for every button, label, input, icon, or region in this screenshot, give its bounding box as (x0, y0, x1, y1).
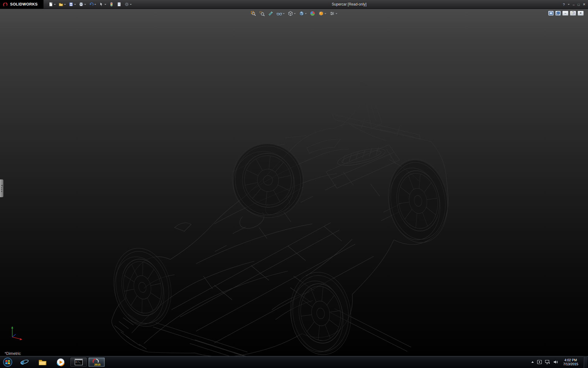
chevron-down-icon[interactable] (104, 4, 106, 5)
select-cursor-icon (99, 2, 104, 7)
command-prompt-icon: C:\_ (75, 359, 83, 365)
section-view-icon (268, 11, 273, 16)
display-style-button[interactable] (288, 10, 296, 17)
clock-date: 7/13/2015 (563, 362, 578, 366)
save-button[interactable] (68, 2, 77, 7)
system-tray: 4:02 PM 7/13/2015 (531, 356, 588, 368)
undo-button[interactable] (88, 2, 97, 7)
solidworks-taskbar-icon: 2015 (92, 358, 101, 366)
restore-button[interactable]: □ (578, 3, 580, 6)
zoom-to-area-icon (259, 11, 265, 16)
view-orientation-label: *Dimetric (5, 351, 21, 356)
brand-text: SOLIDWORKS (10, 2, 38, 6)
view-orientation-cube-icon (299, 11, 304, 16)
new-window-button[interactable] (555, 11, 561, 16)
network-icon[interactable] (545, 360, 550, 364)
chevron-down-icon[interactable] (64, 4, 66, 5)
minimize-button[interactable]: – (573, 3, 575, 6)
zoom-to-area-button[interactable] (259, 10, 265, 17)
folder-icon (38, 358, 47, 366)
select-button[interactable] (98, 2, 107, 7)
document-restore-button[interactable]: ❐ (570, 11, 576, 16)
taskbar-media-player[interactable] (51, 356, 70, 368)
svg-text:C:\_: C:\_ (76, 361, 81, 363)
taskbar-windows-explorer[interactable] (33, 356, 51, 368)
chevron-down-icon[interactable] (325, 13, 326, 14)
reference-triad (7, 325, 25, 343)
taskbar-clock[interactable]: 4:02 PM 7/13/2015 (561, 358, 580, 366)
new-document-icon (48, 2, 53, 7)
view-orientation-button[interactable] (299, 10, 307, 17)
chevron-down-icon[interactable] (568, 4, 570, 5)
supercar-wireframe-model[interactable] (0, 9, 588, 356)
taskbar-command-prompt[interactable]: C:\_ (70, 357, 87, 367)
appearance-ball-icon (310, 11, 315, 16)
print-button[interactable] (78, 2, 87, 7)
view-settings-button[interactable] (329, 10, 338, 17)
title-bar: SOLIDWORKS (0, 0, 588, 9)
chevron-down-icon[interactable] (305, 13, 307, 14)
scene-ball-icon (318, 11, 324, 16)
quick-access-toolbar (48, 2, 132, 7)
zoom-to-fit-button[interactable] (251, 10, 257, 17)
undo-arrow-icon (89, 2, 94, 7)
chevron-down-icon[interactable] (84, 4, 86, 5)
rebuild-traffic-light-icon (109, 2, 114, 7)
rebuild-button[interactable] (108, 2, 115, 7)
document-close-button[interactable]: ✕ (578, 11, 584, 16)
taskbar-internet-explorer[interactable]: e (15, 356, 33, 368)
solidworks-app: SOLIDWORKS (0, 0, 588, 368)
save-floppy-icon (69, 2, 74, 7)
file-properties-button[interactable] (116, 2, 122, 7)
glasses-icon (277, 11, 282, 16)
internet-explorer-icon: e (20, 358, 29, 367)
show-desktop-button[interactable] (583, 356, 587, 368)
solidworks-logo: SOLIDWORKS (0, 0, 43, 9)
gear-icon (124, 2, 129, 7)
chevron-down-icon[interactable] (54, 4, 56, 5)
media-player-icon (56, 358, 65, 366)
open-folder-icon (58, 2, 63, 7)
headsup-view-toolbar (251, 10, 338, 17)
start-button[interactable] (0, 356, 15, 368)
document-minimize-button[interactable]: – (562, 11, 568, 16)
edit-appearance-button[interactable] (310, 10, 316, 17)
viewport-layout-icon (549, 12, 553, 15)
viewport-layout-button[interactable] (548, 11, 554, 16)
taskbar-solidworks[interactable]: 2015 (88, 357, 105, 367)
chevron-down-icon[interactable] (130, 4, 132, 5)
windows-taskbar: e C:\_ (0, 356, 588, 368)
windows-start-icon (3, 357, 13, 367)
graphics-viewport[interactable]: – ❐ ✕ *Dimetric (0, 9, 588, 356)
chevron-down-icon[interactable] (74, 4, 76, 5)
hidden-icons-button[interactable] (531, 361, 534, 363)
hide-show-items-button[interactable] (276, 10, 285, 17)
dassault-systemes-icon (2, 2, 9, 7)
featuremanager-panel-handle[interactable] (0, 179, 3, 197)
document-window-controls: – ❐ ✕ (548, 11, 584, 16)
new-document-button[interactable] (48, 2, 56, 7)
close-button[interactable]: ✕ (583, 2, 586, 6)
chevron-down-icon[interactable] (94, 4, 96, 5)
zoom-to-fit-icon (251, 11, 256, 16)
open-button[interactable] (58, 2, 66, 7)
apply-scene-button[interactable] (318, 10, 327, 17)
titlebar-controls: ? – □ ✕ (563, 0, 586, 9)
display-style-cube-icon (288, 11, 293, 16)
view-settings-icon (330, 11, 335, 16)
file-properties-icon (117, 2, 122, 7)
volume-icon[interactable] (553, 360, 558, 364)
car-wheels-wireframe (107, 136, 453, 356)
section-view-button[interactable] (268, 10, 274, 17)
chevron-down-icon[interactable] (294, 13, 296, 14)
solidworks-version-badge: 2015 (94, 363, 100, 366)
window-title: Supercar [Read-only] (332, 2, 366, 6)
app-window-tray-icon[interactable] (537, 360, 542, 364)
options-button[interactable] (124, 2, 132, 7)
help-button[interactable]: ? (563, 3, 565, 6)
new-window-icon (556, 12, 560, 15)
print-icon (79, 2, 84, 7)
chevron-down-icon[interactable] (336, 13, 337, 14)
chevron-left-icon (1, 185, 2, 186)
chevron-down-icon[interactable] (283, 13, 285, 14)
